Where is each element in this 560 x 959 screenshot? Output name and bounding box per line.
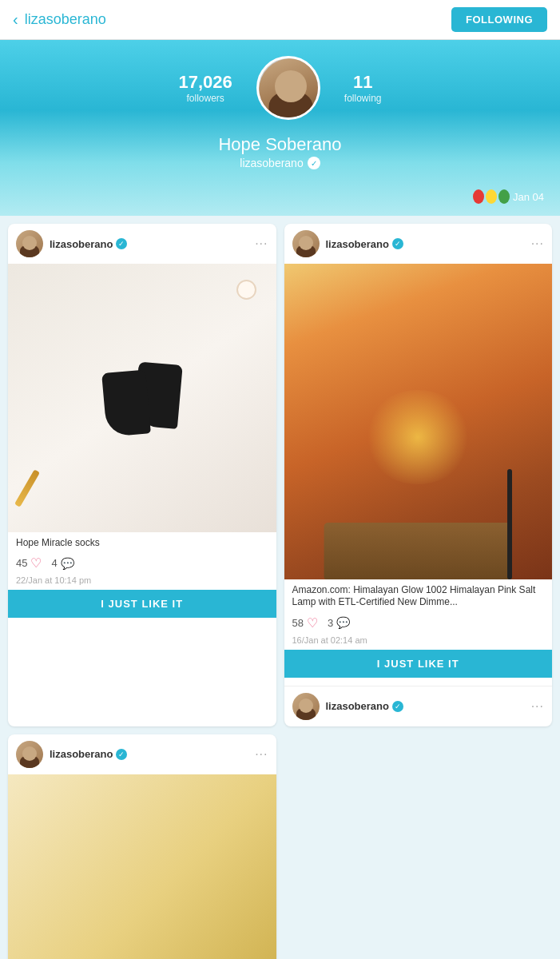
- avatar-image: [259, 58, 320, 120]
- post-menu-3[interactable]: ···: [255, 747, 268, 762]
- post-card-1: lizasoberano ✓ ··· Hope Miracle socks 45: [8, 224, 276, 726]
- following-stat: 11 following: [344, 72, 382, 104]
- post-header-2: lizasoberano ✓ ···: [284, 224, 553, 264]
- posts-grid: lizasoberano ✓ ··· Hope Miracle socks 45: [8, 224, 552, 959]
- post-time-1: 22/Jan at 10:14 pm: [8, 574, 276, 590]
- followers-label: followers: [179, 93, 232, 104]
- post-image-1: [8, 264, 276, 532]
- comments-group-2: 3 💬: [328, 616, 350, 629]
- comments-count-2: 3: [328, 617, 333, 629]
- post-username-4: lizasoberano: [326, 700, 389, 712]
- likes-count-2: 58: [292, 617, 304, 629]
- post-username-1: lizasoberano: [50, 238, 113, 250]
- post-header-3: lizasoberano ✓ ···: [8, 734, 276, 774]
- post-avatar-3: [16, 741, 43, 768]
- lamp-glow: [364, 390, 471, 484]
- followers-count: 17,026: [179, 72, 232, 93]
- post-user-info-4: lizasoberano ✓: [326, 700, 525, 712]
- likes-count-1: 45: [16, 557, 27, 569]
- profile-header: 17,026 followers 11 following Hope Sober…: [0, 40, 560, 216]
- post-card-3: lizasoberano ✓ ···: [8, 734, 276, 959]
- profile-username: lizasoberano: [240, 157, 303, 169]
- balloon-red: [473, 189, 484, 204]
- likes-group-1: 45 ♡: [16, 555, 42, 571]
- nav-left: ‹ lizasoberano: [13, 10, 106, 29]
- pen-decoration: [14, 469, 40, 507]
- post-tag-btn-1[interactable]: I JUST LIKE IT: [8, 590, 276, 618]
- post-tag-btn-2[interactable]: I JUST LIKE IT: [284, 650, 553, 678]
- comment-icon-2[interactable]: 💬: [336, 616, 350, 629]
- top-nav: ‹ lizasoberano FOLLOWING: [0, 0, 560, 40]
- comments-group-1: 4 💬: [51, 557, 73, 570]
- post-avatar-2: [292, 230, 320, 257]
- post-user-info-1: lizasoberano ✓: [50, 238, 248, 250]
- post-actions-1: 45 ♡ 4 💬: [8, 552, 276, 574]
- post-card-4-header: lizasoberano ✓ ···: [284, 686, 553, 726]
- balloons: [473, 189, 510, 204]
- heart-icon-1[interactable]: ♡: [30, 555, 42, 571]
- following-button[interactable]: FOLLOWING: [451, 7, 547, 32]
- following-count: 11: [344, 72, 382, 93]
- post-title-2: Amazon.com: Himalayan Glow 1002 Himalaya…: [284, 579, 553, 612]
- heart-icon-2[interactable]: ♡: [307, 615, 318, 631]
- post-verified-3: ✓: [116, 749, 127, 760]
- post-menu-4[interactable]: ···: [531, 699, 544, 714]
- sock-shape-left: [101, 369, 151, 436]
- post-avatar-4: [292, 693, 320, 720]
- post-card-2: lizasoberano ✓ ··· Amazon.com: Himalayan…: [284, 224, 553, 726]
- post-verified-1: ✓: [116, 238, 127, 249]
- post-menu-1[interactable]: ···: [255, 237, 268, 251]
- nav-title: lizasoberano: [25, 11, 106, 28]
- verified-badge: ✓: [308, 157, 320, 169]
- content-area: lizasoberano ✓ ··· Hope Miracle socks 45: [0, 216, 560, 959]
- comment-icon-1[interactable]: 💬: [61, 557, 74, 570]
- back-icon[interactable]: ‹: [13, 10, 18, 29]
- post-avatar-1: [16, 230, 43, 257]
- lamp-body: [284, 264, 553, 579]
- post-image-2: [284, 264, 553, 579]
- post-menu-2[interactable]: ···: [531, 237, 544, 251]
- likes-group-2: 58 ♡: [292, 615, 318, 631]
- date-balloon-row: Jan 04: [473, 189, 544, 204]
- profile-avatar: [256, 56, 320, 120]
- followers-stat: 17,026 followers: [179, 72, 232, 104]
- post-time-2: 16/Jan at 02:14 am: [284, 634, 553, 650]
- post-user-info-2: lizasoberano ✓: [326, 238, 525, 250]
- profile-date: Jan 04: [513, 191, 544, 203]
- post-verified-4: ✓: [392, 701, 403, 712]
- post-actions-2: 58 ♡ 3 💬: [284, 612, 553, 634]
- post-user-info-3: lizasoberano ✓: [50, 748, 248, 760]
- post-title-1: Hope Miracle socks: [8, 532, 276, 553]
- following-label: following: [344, 93, 382, 104]
- profile-username-row: lizasoberano ✓: [240, 157, 320, 169]
- profile-name: Hope Soberano: [218, 134, 341, 155]
- lamp-cord: [507, 469, 512, 579]
- post-username-3: lizasoberano: [50, 748, 113, 760]
- post-verified-2: ✓: [392, 238, 403, 249]
- balloon-yellow: [486, 189, 497, 204]
- profile-stats: 17,026 followers 11 following: [16, 56, 544, 120]
- post-username-2: lizasoberano: [326, 238, 389, 250]
- post-image-3: [8, 774, 276, 959]
- flower-decoration: [236, 280, 256, 300]
- balloon-green: [498, 189, 510, 204]
- comments-count-1: 4: [51, 557, 57, 569]
- lamp-base: [324, 523, 512, 579]
- post-header-1: lizasoberano ✓ ···: [8, 224, 276, 264]
- post-header-4: lizasoberano ✓ ···: [284, 686, 553, 726]
